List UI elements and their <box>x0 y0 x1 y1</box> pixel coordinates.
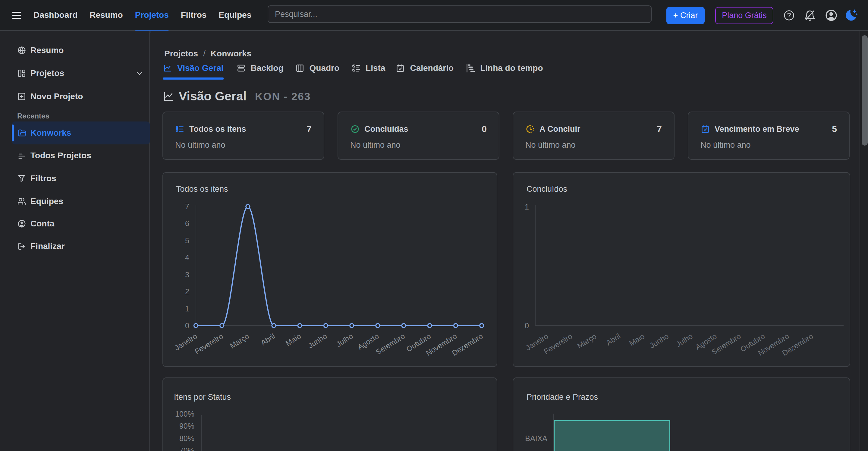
chart-card-items-by-status: Itens por Status100%90%80%70%60%50%40%30… <box>162 378 497 451</box>
scrollbar-thumb[interactable] <box>862 35 868 146</box>
chart-all-items: Todos os itens01234567JaneiroFevereiroMa… <box>163 173 497 366</box>
svg-text:1: 1 <box>525 203 529 211</box>
svg-text:Junho: Junho <box>648 332 670 350</box>
svg-text:100%: 100% <box>175 410 194 418</box>
list-todo-icon <box>175 124 185 134</box>
bell-off-icon[interactable] <box>804 0 816 31</box>
create-button[interactable]: + Criar <box>666 7 705 24</box>
svg-text:Maio: Maio <box>284 332 303 347</box>
circle-check-icon <box>350 124 360 134</box>
nav-item-resumo[interactable]: Resumo <box>90 0 123 30</box>
nav-item-dashboard[interactable]: Dashboard <box>33 0 78 30</box>
sidebar-item-label: Todos Projetos <box>30 151 91 160</box>
sidebar-item-equipes[interactable]: Equipes <box>0 192 150 210</box>
svg-text:4: 4 <box>185 253 189 262</box>
sidebar: ResumoProjetosNovo ProjetoRecentesKonwor… <box>0 31 150 451</box>
sidebar-item-label: Novo Projeto <box>30 92 83 101</box>
sidebar-item-label: Projetos <box>30 68 64 78</box>
list-checks-icon <box>351 64 361 73</box>
svg-text:BAIXA: BAIXA <box>525 434 547 443</box>
log-out-icon <box>17 241 27 251</box>
breadcrumb-separator: / <box>203 49 206 59</box>
svg-text:Junho: Junho <box>307 332 329 350</box>
stat-card-a-concluir: A Concluir 7 No último ano <box>513 112 675 160</box>
tab-label: Backlog <box>251 63 284 73</box>
sidebar-item-label: Resumo <box>30 46 64 55</box>
svg-text:Setembro: Setembro <box>374 332 406 356</box>
sidebar-item-label: Finalizar <box>30 241 65 251</box>
sidebar-item-resumo[interactable]: Resumo <box>0 41 150 59</box>
nav-item-filtros[interactable]: Filtros <box>181 0 207 30</box>
chart-title: Prioridade e Prazos <box>527 392 598 401</box>
sidebar-item-finalizar[interactable]: Finalizar <box>0 237 150 255</box>
svg-text:5: 5 <box>185 236 189 245</box>
calendar-check-icon <box>701 124 710 134</box>
svg-text:2: 2 <box>185 287 189 296</box>
sidebar-item-projetos[interactable]: Projetos <box>0 64 150 82</box>
breadcrumb-projetos[interactable]: Projetos <box>164 49 198 59</box>
project-key-badge: KON - 263 <box>255 90 311 102</box>
chart-line-icon <box>163 64 172 73</box>
svg-text:Julho: Julho <box>675 332 694 348</box>
chart-line-icon <box>162 90 175 102</box>
svg-text:Julho: Julho <box>335 332 354 348</box>
svg-text:Abril: Abril <box>604 332 622 347</box>
chart-title: Itens por Status <box>174 392 231 401</box>
main-nav: DashboardResumoProjetosFiltrosEquipes <box>33 0 251 30</box>
stat-value: 5 <box>832 124 837 134</box>
scrollbar-track[interactable] <box>860 31 868 451</box>
users-icon <box>17 197 27 206</box>
plan-button[interactable]: Plano Grátis <box>715 7 773 24</box>
stat-label: Vencimento em Breve <box>715 124 799 134</box>
svg-text:70%: 70% <box>179 446 194 451</box>
stat-subtitle: No último ano <box>701 141 751 150</box>
stat-label: Todos os itens <box>189 124 246 134</box>
gantt-icon <box>466 64 475 73</box>
chart-title: Todos os itens <box>176 184 228 193</box>
stat-value: 0 <box>482 124 487 134</box>
svg-text:90%: 90% <box>179 422 194 430</box>
tab-lista[interactable]: Lista <box>351 63 385 74</box>
tab-quadro[interactable]: Quadro <box>296 63 340 74</box>
hamburger-menu-icon[interactable] <box>12 10 21 20</box>
chart-items-by-status: Itens por Status100%90%80%70%60%50%40%30… <box>163 378 497 451</box>
svg-text:0: 0 <box>185 321 189 330</box>
tab-calendário[interactable]: Calendário <box>396 63 454 74</box>
stat-value: 7 <box>657 124 662 134</box>
server-icon <box>237 64 246 73</box>
chevron-down-icon <box>135 69 144 78</box>
nav-item-projetos[interactable]: Projetos <box>135 0 169 30</box>
folder-open-icon <box>18 128 27 138</box>
stat-subtitle: No último ano <box>525 141 576 150</box>
tab-linha-do-tempo[interactable]: Linha do tempo <box>466 63 543 74</box>
columns-icon <box>296 64 304 73</box>
help-icon[interactable] <box>783 0 795 31</box>
tab-visão-geral[interactable]: Visão Geral <box>163 63 224 74</box>
lines-icon <box>17 151 27 160</box>
search-input[interactable] <box>268 5 652 23</box>
breadcrumb: Projetos / Konworks <box>164 49 251 59</box>
sidebar-item-novo-projeto[interactable]: Novo Projeto <box>0 87 150 106</box>
stat-subtitle: No último ano <box>175 141 225 150</box>
active-indicator-bar <box>12 124 14 141</box>
breadcrumb-konworks[interactable]: Konworks <box>211 49 251 59</box>
page-title-row: Visão Geral KON - 263 <box>162 89 311 103</box>
moon-stars-icon[interactable] <box>844 0 858 31</box>
nav-item-equipes[interactable]: Equipes <box>218 0 251 30</box>
stat-subtitle: No último ano <box>350 141 401 150</box>
svg-text:Fevereiro: Fevereiro <box>193 332 224 356</box>
tab-backlog[interactable]: Backlog <box>237 63 284 74</box>
user-avatar-icon[interactable] <box>825 0 838 31</box>
sidebar-item-todos-projetos[interactable]: Todos Projetos <box>0 147 150 164</box>
tab-label: Lista <box>366 63 385 73</box>
sidebar-item-conta[interactable]: Conta <box>0 215 150 233</box>
stat-card-concluídas: Concluídas 0 No último ano <box>338 112 499 160</box>
sidebar-item-filtros[interactable]: Filtros <box>0 170 150 187</box>
stat-label: Concluídas <box>364 124 408 134</box>
sidebar-item-konworks[interactable]: Konworks <box>12 121 150 144</box>
stat-card-todos-os-itens: Todos os itens 7 No último ano <box>162 112 324 160</box>
tab-bar: Visão GeralBacklogQuadroListaCalendárioL… <box>163 63 543 74</box>
stat-value: 7 <box>307 124 312 134</box>
top-navbar: DashboardResumoProjetosFiltrosEquipes + … <box>0 0 868 31</box>
layout-icon <box>17 68 27 78</box>
